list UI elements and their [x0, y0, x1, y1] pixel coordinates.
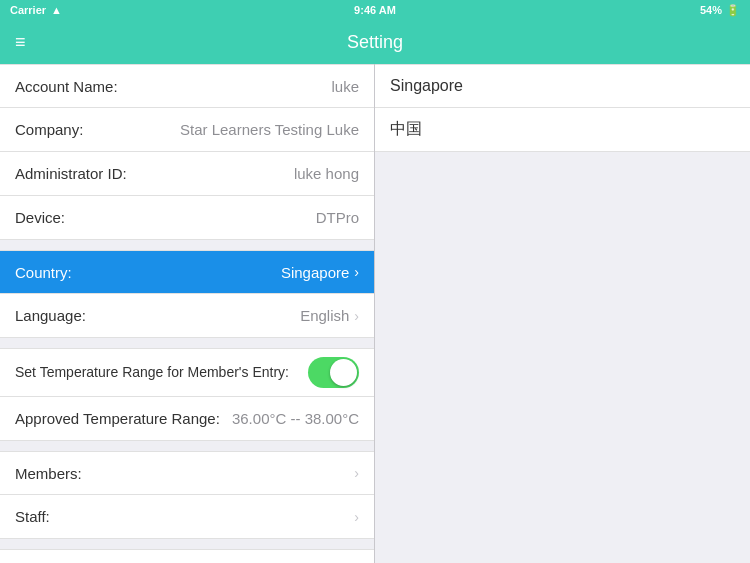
staff-row[interactable]: Staff: ›	[0, 495, 374, 539]
members-label: Members:	[15, 465, 349, 482]
temperature-section: Set Temperature Range for Member's Entry…	[0, 348, 374, 441]
nav-bar: ≡ Setting	[0, 20, 750, 64]
approved-temp-label: Approved Temperature Range:	[15, 410, 232, 427]
account-name-value: luke	[331, 78, 359, 95]
divider-1	[0, 240, 374, 250]
company-row: Company: Star Learners Testing Luke	[0, 108, 374, 152]
divider-2	[0, 338, 374, 348]
country-label: Country:	[15, 264, 281, 281]
main-layout: Account Name: luke Company: Star Learner…	[0, 64, 750, 563]
admin-id-row: Administrator ID: luke hong	[0, 152, 374, 196]
battery-icon: 🔋	[726, 4, 740, 17]
version-row: Version: 1.0.0	[0, 549, 374, 563]
locale-section: Country: Singapore › Language: English ›	[0, 250, 374, 338]
device-row: Device: DTPro	[0, 196, 374, 240]
account-name-label: Account Name:	[15, 78, 331, 95]
status-left: Carrier ▲	[10, 4, 62, 16]
right-panel: Singapore 中国	[375, 64, 750, 563]
admin-id-label: Administrator ID:	[15, 165, 294, 182]
temp-toggle[interactable]	[308, 357, 359, 388]
country-option-singapore: Singapore	[390, 77, 463, 95]
company-value: Star Learners Testing Luke	[180, 121, 359, 138]
staff-label: Staff:	[15, 508, 349, 525]
language-value: English	[300, 307, 349, 324]
country-value: Singapore	[281, 264, 349, 281]
approved-temp-row: Approved Temperature Range: 36.00°C -- 3…	[0, 397, 374, 441]
wifi-icon: ▲	[51, 4, 62, 16]
temp-range-toggle-row: Set Temperature Range for Member's Entry…	[0, 348, 374, 397]
nav-section: Members: › Staff: ›	[0, 451, 374, 539]
approved-temp-value: 36.00°C -- 38.00°C	[232, 410, 359, 427]
members-row[interactable]: Members: ›	[0, 451, 374, 495]
info-section: Account Name: luke Company: Star Learner…	[0, 64, 374, 240]
language-row[interactable]: Language: English ›	[0, 294, 374, 338]
country-chevron-icon: ›	[354, 264, 359, 280]
version-section: Version: 1.0.0	[0, 549, 374, 563]
left-panel: Account Name: luke Company: Star Learner…	[0, 64, 375, 563]
members-chevron-icon: ›	[354, 465, 359, 481]
list-item[interactable]: 中国	[375, 108, 750, 152]
staff-chevron-icon: ›	[354, 509, 359, 525]
nav-title: Setting	[347, 32, 403, 53]
language-chevron-icon: ›	[354, 308, 359, 324]
account-name-row: Account Name: luke	[0, 64, 374, 108]
menu-button[interactable]: ≡	[15, 32, 26, 53]
status-bar: Carrier ▲ 9:46 AM 54% 🔋	[0, 0, 750, 20]
list-item[interactable]: Singapore	[375, 64, 750, 108]
admin-id-value: luke hong	[294, 165, 359, 182]
toggle-knob	[330, 359, 357, 386]
status-right: 54% 🔋	[700, 4, 740, 17]
country-row[interactable]: Country: Singapore ›	[0, 250, 374, 294]
temp-toggle-container	[308, 357, 359, 388]
country-list: Singapore 中国	[375, 64, 750, 152]
carrier-label: Carrier	[10, 4, 46, 16]
country-option-china: 中国	[390, 119, 422, 140]
battery-percent: 54%	[700, 4, 722, 16]
divider-3	[0, 441, 374, 451]
device-label: Device:	[15, 209, 316, 226]
status-time: 9:46 AM	[354, 4, 396, 16]
device-value: DTPro	[316, 209, 359, 226]
company-label: Company:	[15, 121, 180, 138]
language-label: Language:	[15, 307, 300, 324]
temp-range-label: Set Temperature Range for Member's Entry…	[15, 363, 308, 381]
divider-4	[0, 539, 374, 549]
